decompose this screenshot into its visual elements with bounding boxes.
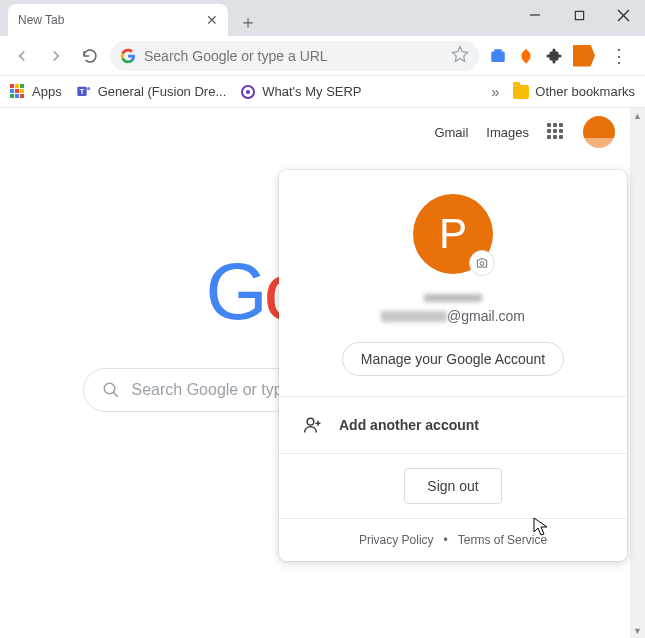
svg-rect-1 <box>575 11 583 19</box>
profile-avatar-button[interactable] <box>583 116 615 148</box>
add-account-row[interactable]: Add another account <box>279 396 627 453</box>
extensions-menu-icon[interactable] <box>545 47 563 65</box>
bookmark-label: General (Fusion Dre... <box>98 84 227 99</box>
svg-rect-5 <box>494 49 502 52</box>
gmail-link[interactable]: Gmail <box>434 125 468 140</box>
scrollbar[interactable]: ▲ ▼ <box>630 108 645 638</box>
account-menu: P @gmail.com Manage your Google Account … <box>279 170 627 561</box>
maximize-button[interactable] <box>557 0 601 30</box>
privacy-policy-link[interactable]: Privacy Policy <box>359 533 434 547</box>
svg-point-11 <box>104 383 115 394</box>
svg-point-10 <box>246 90 250 94</box>
scroll-down-icon[interactable]: ▼ <box>630 623 645 638</box>
toolbar: ⋮ <box>0 36 645 76</box>
new-tab-button[interactable]: ＋ <box>234 8 262 36</box>
avatar-initial: P <box>439 210 467 258</box>
browser-tab[interactable]: New Tab ✕ <box>8 4 228 36</box>
sign-out-button[interactable]: Sign out <box>404 468 501 504</box>
svg-rect-4 <box>491 51 505 62</box>
bookmark-item-1[interactable]: T General (Fusion Dre... <box>76 84 227 100</box>
manage-account-button[interactable]: Manage your Google Account <box>342 342 564 376</box>
minimize-button[interactable] <box>513 0 557 30</box>
extension-icon-1[interactable] <box>489 47 507 65</box>
svg-text:T: T <box>79 87 84 96</box>
account-footer: Privacy Policy • Terms of Service <box>279 518 627 561</box>
extension-icon-2[interactable] <box>517 47 535 65</box>
search-icon <box>102 381 120 399</box>
close-tab-icon[interactable]: ✕ <box>206 12 218 28</box>
add-account-icon <box>303 415 323 435</box>
address-bar[interactable] <box>110 41 479 71</box>
tab-title: New Tab <box>18 13 198 27</box>
add-account-label: Add another account <box>339 417 479 433</box>
camera-icon[interactable] <box>469 250 495 276</box>
tab-strip: New Tab ✕ ＋ <box>8 0 262 36</box>
apps-grid-icon <box>10 84 26 100</box>
account-header: P @gmail.com Manage your Google Account <box>279 170 627 396</box>
serp-icon <box>240 84 256 100</box>
bookmark-item-2[interactable]: What's My SERP <box>240 84 361 100</box>
folder-icon <box>513 85 529 99</box>
close-window-button[interactable] <box>601 0 645 30</box>
other-bookmarks[interactable]: Other bookmarks <box>513 84 635 99</box>
bookmarks-overflow-icon[interactable]: » <box>492 84 500 100</box>
star-icon[interactable] <box>451 45 469 66</box>
svg-point-14 <box>307 418 314 425</box>
apps-shortcut[interactable]: Apps <box>10 84 62 100</box>
scroll-up-icon[interactable]: ▲ <box>630 108 645 123</box>
account-name <box>423 290 483 298</box>
account-email: @gmail.com <box>381 308 525 324</box>
sign-out-row: Sign out <box>279 453 627 518</box>
teams-icon: T <box>76 84 92 100</box>
footer-separator: • <box>444 533 448 547</box>
reload-button[interactable] <box>76 42 104 70</box>
bookmark-label: What's My SERP <box>262 84 361 99</box>
cursor-icon <box>533 517 549 537</box>
back-button[interactable] <box>8 42 36 70</box>
title-bar: New Tab ✕ ＋ <box>0 0 645 36</box>
svg-point-13 <box>480 262 484 266</box>
toolbar-extensions: ⋮ <box>485 42 637 70</box>
google-icon <box>120 48 136 64</box>
other-bookmarks-label: Other bookmarks <box>535 84 635 99</box>
chrome-menu-button[interactable]: ⋮ <box>605 42 633 70</box>
profile-chip[interactable] <box>573 45 595 67</box>
images-link[interactable]: Images <box>486 125 529 140</box>
app-launcher-icon[interactable] <box>547 123 565 141</box>
forward-button[interactable] <box>42 42 70 70</box>
ntp-header: Gmail Images <box>0 108 645 156</box>
bookmarks-bar: Apps T General (Fusion Dre... What's My … <box>0 76 645 108</box>
svg-line-12 <box>113 392 118 397</box>
svg-point-8 <box>87 87 90 90</box>
window-controls <box>513 0 645 30</box>
omnibox-input[interactable] <box>144 48 443 64</box>
email-suffix: @gmail.com <box>447 308 525 324</box>
apps-label: Apps <box>32 84 62 99</box>
